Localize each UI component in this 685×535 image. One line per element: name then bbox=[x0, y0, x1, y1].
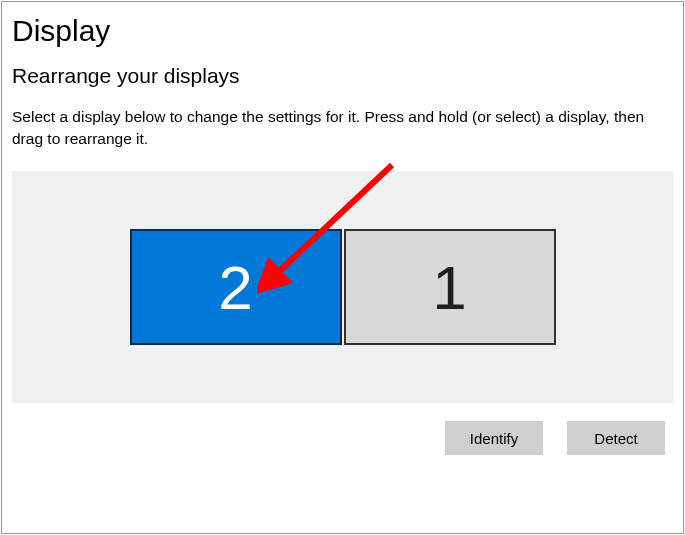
page-title: Display bbox=[2, 2, 683, 58]
monitor-2-tile[interactable]: 2 bbox=[130, 229, 342, 345]
display-arrangement-canvas[interactable]: 2 1 bbox=[12, 171, 673, 403]
detect-button[interactable]: Detect bbox=[567, 421, 665, 455]
monitor-1-tile[interactable]: 1 bbox=[344, 229, 556, 345]
instruction-text: Select a display below to change the set… bbox=[2, 96, 683, 149]
section-subtitle: Rearrange your displays bbox=[2, 58, 683, 96]
identify-button[interactable]: Identify bbox=[445, 421, 543, 455]
